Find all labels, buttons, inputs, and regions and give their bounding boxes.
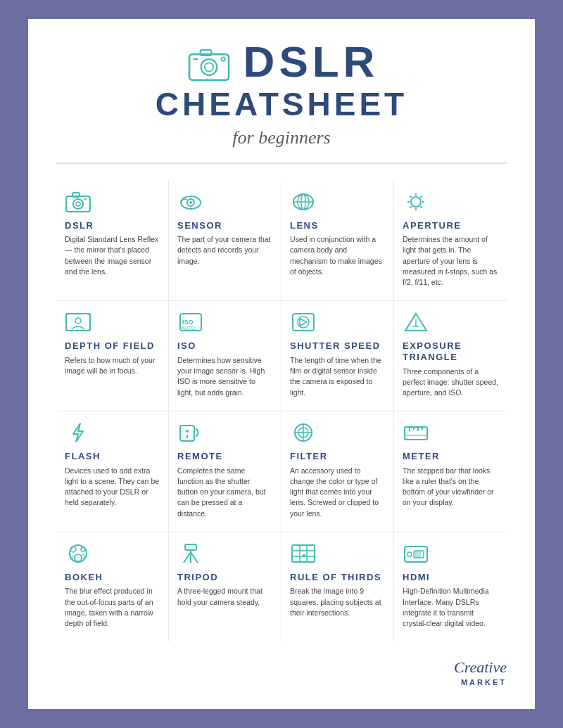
cell-bokeh: BOKEH The blur effect produced in the ou… bbox=[56, 532, 169, 641]
filter-icon bbox=[290, 421, 385, 447]
svg-line-68 bbox=[191, 552, 198, 563]
svg-point-18 bbox=[411, 197, 421, 207]
title-dslr: DSLR bbox=[243, 40, 379, 84]
svg-point-62 bbox=[75, 554, 82, 561]
cell-desc-exposure: Three components of a perfect image: shu… bbox=[403, 366, 498, 399]
cell-title-rule: RULE OF THIRDS bbox=[290, 572, 385, 583]
iso-icon: ISO AUTO bbox=[177, 311, 272, 336]
cell-depth: DEPTH OF FIELD Refers to how much of you… bbox=[56, 301, 169, 411]
svg-marker-45 bbox=[73, 423, 83, 442]
cell-title-sensor: SENSOR bbox=[177, 220, 272, 231]
cell-exposure: EXPOSURE TRIANGLE Three components of a … bbox=[394, 301, 507, 411]
cell-title-tripod: TRIPOD bbox=[177, 572, 272, 583]
cell-desc-shutter: The length of time when the film or digi… bbox=[290, 355, 385, 398]
cell-flash: FLASH Devices used to add extra light to… bbox=[56, 411, 169, 532]
cell-remote: REMOTE Completes the same function as th… bbox=[169, 411, 282, 532]
cell-title-meter: METER bbox=[403, 451, 498, 462]
cell-hdmi: HDMI High-Definition Multimedia Interfac… bbox=[394, 532, 507, 641]
cell-title-aperture: APERTURE bbox=[403, 220, 498, 231]
svg-line-26 bbox=[410, 206, 412, 207]
cell-aperture: APERTURE Determines the amount of light … bbox=[394, 181, 507, 302]
cell-shutter: SHUTTER SPEED The length of time when th… bbox=[282, 301, 394, 411]
svg-point-61 bbox=[81, 547, 85, 551]
cell-title-flash: FLASH bbox=[65, 451, 160, 462]
title-cheatsheet: CHEATSHEET bbox=[56, 85, 507, 123]
subtitle: for beginners bbox=[56, 127, 507, 148]
creative-label: Creative bbox=[454, 660, 507, 675]
camera-header-icon bbox=[184, 41, 234, 83]
terms-grid: DSLR Digital Standard Lens Reflex — the … bbox=[56, 181, 507, 642]
cell-title-iso: ISO bbox=[177, 340, 272, 352]
depth-icon bbox=[65, 311, 160, 336]
shutter-icon bbox=[290, 311, 385, 336]
tripod-icon bbox=[177, 542, 272, 568]
cell-desc-bokeh: The blur effect produced in the out-of-f… bbox=[65, 586, 160, 629]
cell-sensor: SENSOR The part of your camera that dete… bbox=[169, 181, 282, 302]
svg-point-8 bbox=[73, 199, 83, 209]
svg-point-76 bbox=[407, 552, 412, 556]
svg-line-24 bbox=[420, 206, 422, 207]
cell-desc-flash: Devices used to add extra light to a sce… bbox=[65, 466, 160, 509]
cell-desc-dslr: Digital Standard Lens Reflex — the mirro… bbox=[65, 234, 160, 277]
svg-rect-7 bbox=[72, 193, 80, 197]
svg-rect-27 bbox=[66, 314, 90, 331]
header: DSLR CHEATSHEET for beginners bbox=[56, 40, 507, 164]
svg-rect-46 bbox=[180, 426, 194, 441]
page: DSLR CHEATSHEET for beginners DSLR Digit… bbox=[28, 19, 535, 710]
cell-title-exposure: EXPOSURE TRIANGLE bbox=[403, 340, 498, 362]
remote-icon bbox=[177, 421, 272, 447]
svg-point-10 bbox=[84, 198, 87, 200]
cell-desc-aperture: Determines the amount of light that gets… bbox=[403, 234, 498, 288]
svg-rect-0 bbox=[189, 54, 229, 80]
cell-desc-meter: The stepped bar that looks like a ruler … bbox=[403, 466, 498, 509]
cell-desc-depth: Refers to how much of your image will be… bbox=[65, 355, 160, 376]
svg-rect-77 bbox=[414, 551, 424, 558]
sensor-icon bbox=[177, 191, 272, 216]
cell-title-hdmi: HDMI bbox=[403, 572, 498, 583]
svg-rect-53 bbox=[405, 427, 427, 440]
svg-point-28 bbox=[75, 318, 81, 324]
svg-point-9 bbox=[76, 202, 80, 206]
cell-desc-remote: Completes the same function as the shutt… bbox=[177, 466, 272, 519]
rule-icon bbox=[290, 542, 385, 568]
cell-tripod: TRIPOD A three-legged mount that hold yo… bbox=[169, 532, 282, 641]
svg-point-1 bbox=[201, 59, 217, 75]
cell-filter: FILTER An accessory used to change the c… bbox=[282, 411, 394, 532]
cell-desc-hdmi: High-Definition Multimedia Interface. Ma… bbox=[403, 586, 498, 629]
cell-desc-lens: Used in conjunction with a camera body a… bbox=[290, 234, 385, 277]
cell-lens: LENS Used in conjunction with a camera b… bbox=[282, 181, 394, 302]
cell-title-remote: REMOTE bbox=[177, 451, 272, 462]
svg-line-23 bbox=[410, 196, 412, 197]
cell-desc-tripod: A three-legged mount that hold your came… bbox=[177, 586, 272, 607]
cell-desc-filter: An accessory used to change the color or… bbox=[290, 466, 385, 519]
cell-title-shutter: SHUTTER SPEED bbox=[290, 340, 385, 352]
cell-meter: METER The stepped bar that looks like a … bbox=[394, 411, 507, 532]
aperture-icon bbox=[403, 191, 498, 216]
exposure-icon bbox=[403, 311, 498, 336]
bokeh-icon bbox=[65, 542, 160, 568]
cell-title-lens: LENS bbox=[290, 220, 385, 231]
cell-desc-iso: Determines how sensitive your image sens… bbox=[177, 355, 272, 398]
cell-desc-rule: Break the image into 9 squares, placing … bbox=[290, 586, 385, 618]
cell-rule: RULE OF THIRDS Break the image into 9 sq… bbox=[282, 532, 394, 641]
cell-title-depth: DEPTH OF FIELD bbox=[65, 340, 160, 352]
cell-dslr: DSLR Digital Standard Lens Reflex — the … bbox=[56, 181, 169, 302]
svg-line-25 bbox=[420, 196, 422, 197]
svg-point-13 bbox=[189, 201, 192, 204]
dslr-icon bbox=[65, 191, 160, 216]
cell-title-dslr: DSLR bbox=[65, 220, 160, 231]
flash-icon bbox=[65, 421, 160, 447]
svg-rect-70 bbox=[292, 545, 315, 562]
svg-text:AUTO: AUTO bbox=[182, 326, 196, 331]
cell-iso: ISO AUTO ISO Determines how sensitive yo… bbox=[169, 301, 282, 411]
svg-rect-65 bbox=[185, 544, 196, 550]
svg-point-4 bbox=[221, 57, 224, 60]
creative-market-logo: Creative MARKET bbox=[454, 660, 507, 688]
lens-icon bbox=[290, 191, 385, 216]
meter-icon bbox=[403, 421, 498, 447]
cell-title-bokeh: BOKEH bbox=[65, 572, 160, 583]
cell-desc-sensor: The part of your camera that detects and… bbox=[177, 234, 272, 267]
footer: Creative MARKET bbox=[56, 654, 507, 688]
cell-title-filter: FILTER bbox=[290, 451, 385, 462]
market-label: MARKET bbox=[461, 678, 507, 687]
